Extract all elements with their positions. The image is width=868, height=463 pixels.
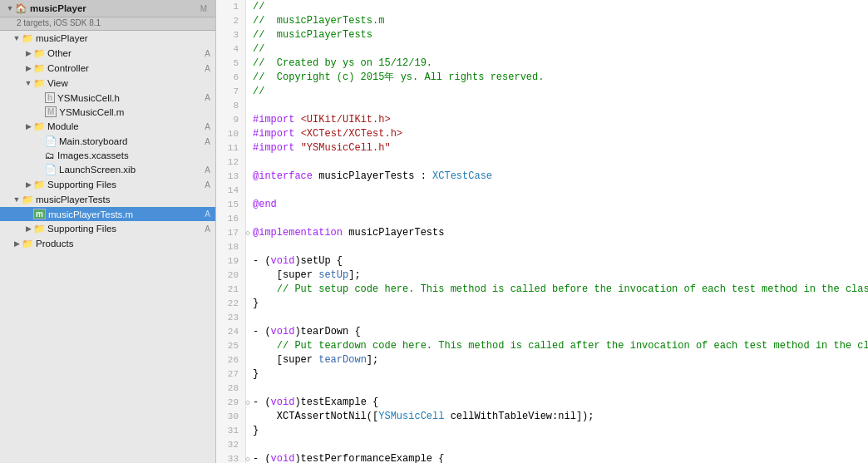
folder-icon: 📁 <box>33 77 45 89</box>
code-line: #import "YSMusicCell.h" <box>253 141 868 155</box>
code-line: // Copyright (c) 2015年 ys. All rights re… <box>253 71 868 85</box>
sidebar-item-ysmusiccell-m[interactable]: ▶ M YSMusicCell.m <box>0 105 215 119</box>
code-line <box>253 240 868 254</box>
code-line <box>253 184 868 198</box>
project-subtitle: 2 targets, iOS SDK 8.1 <box>0 17 215 31</box>
arrow-icon: ▼ <box>12 34 22 42</box>
project-arrow: ▼ <box>5 4 15 12</box>
code-line <box>253 438 868 452</box>
file-xca-icon: 🗂 <box>45 150 55 160</box>
code-line <box>253 99 868 113</box>
line-numbers: 1234567891011121314151617181920212223242… <box>216 0 246 463</box>
code-line: @end <box>253 198 868 212</box>
code-editor[interactable]: 1234567891011121314151617181920212223242… <box>216 0 868 463</box>
file-h-icon: h <box>45 92 55 103</box>
folder-icon: 📁 <box>33 121 45 132</box>
sidebar-item-ysmusiccell-h[interactable]: ▶ h YSMusicCell.h A <box>0 91 215 105</box>
code-line: // Put teardown code here. This method i… <box>253 339 868 353</box>
sidebar-item-module[interactable]: ▶ 📁 Module A <box>0 119 215 134</box>
sidebar-item-controller[interactable]: ▶ 📁 Controller A <box>0 61 215 76</box>
code-area: 1234567891011121314151617181920212223242… <box>216 0 868 463</box>
folder-icon: 📁 <box>33 47 45 59</box>
code-line: // <box>253 0 868 14</box>
code-line: // Created by ys on 15/12/19. <box>253 57 868 71</box>
folder-icon: 📁 <box>22 32 33 44</box>
code-line: - (void)tearDown { <box>253 325 868 339</box>
sidebar-item-products[interactable]: ▶ 📁 Products <box>0 236 215 251</box>
sidebar: ▼ 🏠 musicPlayer M 2 targets, iOS SDK 8.1… <box>0 0 216 463</box>
folder-icon: 📁 <box>22 238 33 249</box>
sidebar-item-other[interactable]: ▶ 📁 Other A <box>0 46 215 61</box>
sidebar-item-images[interactable]: ▶ 🗂 Images.xcassets <box>0 149 215 162</box>
file-m-icon: M <box>45 106 57 117</box>
file-xib-icon: 📄 <box>45 164 57 175</box>
sidebar-item-view[interactable]: ▼ 📁 View <box>0 76 215 91</box>
main-container: ▼ 🏠 musicPlayer M 2 targets, iOS SDK 8.1… <box>0 0 868 463</box>
code-line <box>253 155 868 170</box>
project-key: M <box>200 4 210 13</box>
code-line: [super tearDown]; <box>253 353 868 367</box>
arrow-icon: ▶ <box>23 224 33 233</box>
code-line: XCTAssertNotNil([YSMusicCell cellWithTab… <box>253 410 868 424</box>
code-line: @interface musicPlayerTests : XCTestCase <box>253 170 868 184</box>
project-title: musicPlayer <box>30 3 200 13</box>
project-icon: 🏠 <box>15 2 27 14</box>
code-line <box>253 382 868 396</box>
sidebar-item-musicplayertests-m[interactable]: ▶ m musicPlayerTests.m A <box>0 207 215 221</box>
code-line: // musicPlayerTests.m <box>253 14 868 28</box>
code-line: // <box>253 85 868 99</box>
code-line: - (void)setUp { <box>253 254 868 268</box>
folder-icon: 📁 <box>33 223 45 234</box>
code-line: // musicPlayerTests <box>253 28 868 42</box>
sidebar-item-musicplayer-group[interactable]: ▼ 📁 musicPlayer <box>0 31 215 46</box>
arrow-icon: ▼ <box>23 79 33 87</box>
code-content[interactable]: //// musicPlayerTests.m// musicPlayerTes… <box>246 0 868 463</box>
code-line: @implementation musicPlayerTests <box>253 226 868 240</box>
arrow-icon: ▼ <box>12 195 22 204</box>
file-sb-icon: 📄 <box>45 135 57 147</box>
arrow-icon: ▶ <box>12 239 22 248</box>
code-line: #import <XCTest/XCTest.h> <box>253 127 868 141</box>
arrow-icon: ▶ <box>23 64 33 72</box>
arrow-icon: ▶ <box>23 180 33 189</box>
code-line <box>253 311 868 325</box>
file-m-icon: m <box>33 209 46 219</box>
code-line: - (void)testPerformanceExample { <box>253 452 868 463</box>
code-line: // <box>253 42 868 57</box>
code-line: } <box>253 297 868 311</box>
code-line: } <box>253 367 868 382</box>
sidebar-item-launchscreen[interactable]: ▶ 📄 LaunchScreen.xib A <box>0 162 215 177</box>
code-line <box>253 212 868 226</box>
code-line: } <box>253 424 868 438</box>
sidebar-item-supporting-files-1[interactable]: ▶ 📁 Supporting Files A <box>0 177 215 192</box>
code-line: #import <UIKit/UIKit.h> <box>253 113 868 127</box>
folder-icon: 📁 <box>33 62 45 74</box>
project-header[interactable]: ▼ 🏠 musicPlayer M <box>0 0 215 17</box>
arrow-icon: ▶ <box>23 122 33 131</box>
folder-icon: 📁 <box>22 194 33 205</box>
code-line: - (void)testExample { <box>253 396 868 410</box>
code-line: [super setUp]; <box>253 268 868 283</box>
arrow-icon: ▶ <box>23 49 33 57</box>
folder-icon: 📁 <box>33 179 45 190</box>
sidebar-item-supporting-files-2[interactable]: ▶ 📁 Supporting Files A <box>0 221 215 236</box>
sidebar-item-musicplayertests-group[interactable]: ▼ 📁 musicPlayerTests <box>0 192 215 207</box>
code-line: // Put setup code here. This method is c… <box>253 283 868 297</box>
sidebar-item-mainstoryboard[interactable]: ▶ 📄 Main.storyboard A <box>0 134 215 149</box>
